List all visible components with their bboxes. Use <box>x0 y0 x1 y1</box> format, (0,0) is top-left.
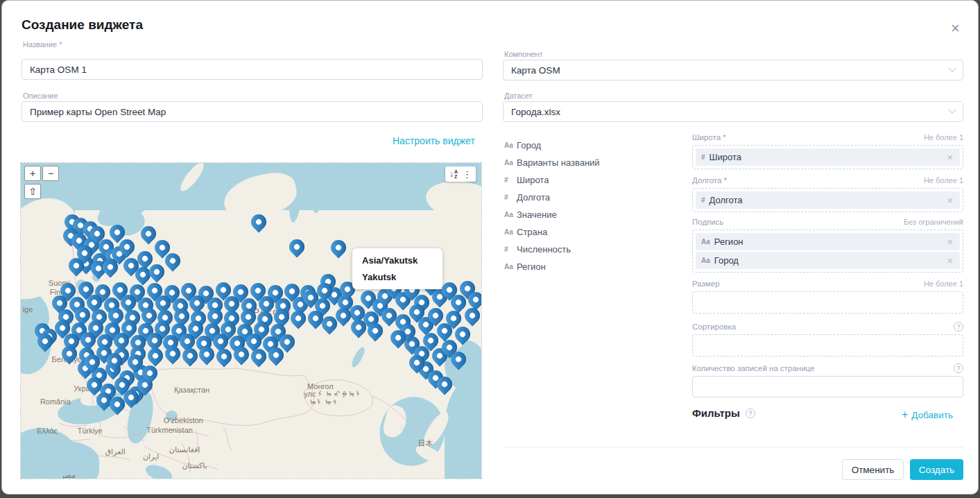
slot-constraint: Не более 1 <box>924 176 963 184</box>
number-type-icon: # <box>701 196 705 204</box>
number-type-icon: # <box>504 246 517 253</box>
field-chip[interactable]: #Широта× <box>696 148 960 166</box>
configure-widget-link[interactable]: Настроить виджет <box>393 135 475 146</box>
description-label: Описание <box>23 92 58 100</box>
create-widget-dialog: Создание виджета × Название * Описание Н… <box>1 0 979 495</box>
filters-label: Фильтры <box>692 407 740 419</box>
slot-label: Широта * <box>692 133 726 141</box>
mapping-slot: Долгота *Не более 1#Долгота× <box>692 175 963 212</box>
map-pin[interactable] <box>287 308 309 329</box>
mapping-slot: ПодписьБез ограниченийAaРегион×AaГород× <box>692 217 963 273</box>
dataset-field[interactable]: AaВарианты названий <box>504 154 678 171</box>
sort-icon[interactable]: ↓AZ <box>449 169 458 179</box>
chip-remove-icon[interactable]: × <box>947 237 953 247</box>
slot-dropzone[interactable]: AaРегион×AaГород× <box>692 230 963 273</box>
mapping-slot: Количество записей на странице? <box>692 363 963 397</box>
map-pin-layer <box>21 163 481 479</box>
dataset-field-name: Широта <box>517 175 549 185</box>
description-input[interactable] <box>22 101 483 122</box>
mapping-slot: РазмерНе более 1 <box>692 279 963 314</box>
text-type-icon: Aa <box>504 141 517 149</box>
create-button[interactable]: Создать <box>910 459 963 480</box>
help-icon[interactable]: ? <box>954 363 963 373</box>
add-filter-label: Добавить <box>911 410 953 420</box>
map-pin[interactable] <box>286 236 308 257</box>
map-pin[interactable] <box>144 345 166 366</box>
zoom-out-button[interactable]: − <box>42 166 59 181</box>
map-pin[interactable] <box>248 212 270 233</box>
number-type-icon: # <box>701 153 705 161</box>
slot-label: Долгота * <box>692 176 727 184</box>
footer-divider <box>503 447 963 447</box>
dataset-field[interactable]: #Численность <box>504 241 678 258</box>
chevron-down-icon <box>948 65 956 72</box>
dataset-label: Датасет <box>504 92 533 100</box>
dataset-field-name: Регион <box>517 261 546 272</box>
chip-label: Регион <box>714 237 743 247</box>
slot-dropzone[interactable]: #Долгота× <box>692 188 963 212</box>
filters-row: Фильтры ? <box>692 407 755 419</box>
help-icon[interactable]: ? <box>746 409 755 418</box>
chip-remove-icon[interactable]: × <box>947 196 953 205</box>
text-type-icon: Aa <box>504 263 517 271</box>
dataset-field[interactable]: #Широта <box>504 171 678 189</box>
text-type-icon: Aa <box>504 228 517 236</box>
map-pin[interactable] <box>137 223 159 245</box>
add-filter-button[interactable]: + Добавить <box>902 409 953 421</box>
map-pin[interactable] <box>179 345 200 367</box>
mapping-slot: Широта *Не более 1#Широта× <box>692 132 963 169</box>
fit-extent-button[interactable]: ⇧ <box>24 184 41 199</box>
number-type-icon: # <box>504 194 517 201</box>
dataset-field[interactable]: AaРегион <box>504 258 678 275</box>
chip-label: Широта <box>710 152 741 162</box>
map-pin[interactable] <box>328 237 350 259</box>
slot-constraint: Не более 1 <box>924 280 963 288</box>
help-icon[interactable]: ? <box>954 322 963 332</box>
dataset-field[interactable]: AaСтрана <box>504 223 678 241</box>
slot-dropzone[interactable] <box>692 291 963 314</box>
chip-remove-icon[interactable]: × <box>947 153 953 162</box>
component-select[interactable]: Карта OSM <box>503 60 963 80</box>
tooltip-city: Yakutsk <box>362 272 433 282</box>
field-chip[interactable]: #Долгота× <box>696 191 960 209</box>
text-type-icon: Aa <box>504 159 517 166</box>
dataset-field-name: Значение <box>517 209 557 220</box>
dataset-field-name: Варианты названий <box>517 157 600 168</box>
dataset-field[interactable]: AaГород <box>504 137 678 154</box>
zoom-in-button[interactable]: + <box>24 166 41 181</box>
dataset-field[interactable]: AaЗначение <box>504 206 678 223</box>
slot-input[interactable] <box>692 376 963 397</box>
field-chip[interactable]: AaРегион× <box>696 233 960 250</box>
map-preview[interactable]: SuomiFinlandigeБеларусьУкраїнаRomâniaΕλλ… <box>20 162 482 479</box>
number-type-icon: # <box>504 176 517 184</box>
dataset-field-name: Долгота <box>517 192 550 203</box>
slot-constraint: Не более 1 <box>924 133 963 141</box>
slot-dropzone[interactable]: #Широта× <box>692 145 963 169</box>
cancel-button[interactable]: Отменить <box>842 459 904 480</box>
text-type-icon: Aa <box>701 257 710 264</box>
dataset-field[interactable]: #Долгота <box>504 189 678 206</box>
slot-label: Подпись <box>692 218 724 226</box>
text-type-icon: Aa <box>504 211 517 218</box>
slot-dropzone[interactable] <box>692 334 963 357</box>
plus-icon: + <box>902 409 908 421</box>
map-toolbar: ↓AZ ⋮ <box>445 166 476 182</box>
field-chip[interactable]: AaГород× <box>696 252 960 269</box>
chevron-down-icon <box>948 106 956 114</box>
tooltip-timezone: Asia/Yakutsk <box>362 255 433 266</box>
dataset-field-name: Город <box>517 140 541 151</box>
name-label: Название * <box>23 40 62 49</box>
name-input[interactable] <box>22 59 483 80</box>
close-icon[interactable]: × <box>951 22 960 35</box>
chip-label: Долгота <box>710 195 743 205</box>
slot-label: Сортировка <box>692 323 736 331</box>
dataset-field-name: Страна <box>517 227 547 237</box>
text-type-icon: Aa <box>701 238 710 246</box>
kebab-menu-icon[interactable]: ⋮ <box>463 169 472 180</box>
chip-remove-icon[interactable]: × <box>947 256 953 266</box>
map-pin[interactable] <box>461 305 482 327</box>
mapping-slot: Сортировка? <box>692 322 963 357</box>
dataset-select[interactable]: Города.xlsx <box>503 101 963 122</box>
map-tooltip: Asia/Yakutsk Yakutsk <box>352 248 442 289</box>
dataset-field-name: Численность <box>517 244 571 255</box>
